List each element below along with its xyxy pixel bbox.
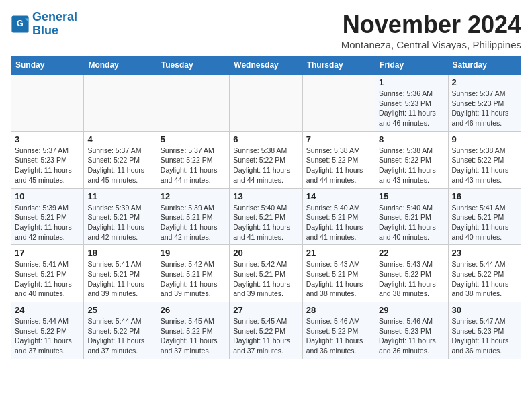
day-number: 7 bbox=[306, 134, 371, 144]
day-header-sunday: Sunday bbox=[11, 56, 84, 75]
logo: G General Blue bbox=[11, 11, 77, 38]
day-info: Sunrise: 5:45 AM Sunset: 5:22 PM Dayligh… bbox=[233, 316, 298, 356]
calendar-cell: 1Sunrise: 5:36 AM Sunset: 5:23 PM Daylig… bbox=[375, 75, 448, 132]
calendar-cell: 24Sunrise: 5:44 AM Sunset: 5:22 PM Dayli… bbox=[11, 302, 84, 359]
calendar-cell: 15Sunrise: 5:40 AM Sunset: 5:21 PM Dayli… bbox=[375, 188, 448, 245]
header: G General Blue November 2024 Montaneza, … bbox=[11, 11, 521, 50]
day-info: Sunrise: 5:44 AM Sunset: 5:22 PM Dayligh… bbox=[15, 316, 80, 356]
day-number: 26 bbox=[161, 305, 226, 315]
day-info: Sunrise: 5:45 AM Sunset: 5:22 PM Dayligh… bbox=[161, 316, 226, 356]
calendar-cell: 21Sunrise: 5:43 AM Sunset: 5:21 PM Dayli… bbox=[302, 245, 375, 302]
calendar-cell bbox=[84, 75, 157, 132]
day-number: 24 bbox=[15, 305, 80, 315]
day-number: 25 bbox=[87, 305, 152, 315]
calendar-cell: 3Sunrise: 5:37 AM Sunset: 5:23 PM Daylig… bbox=[11, 131, 84, 188]
day-number: 16 bbox=[452, 191, 517, 201]
day-header-saturday: Saturday bbox=[448, 56, 521, 75]
calendar-cell bbox=[157, 75, 229, 132]
calendar-cell: 18Sunrise: 5:41 AM Sunset: 5:21 PM Dayli… bbox=[84, 245, 157, 302]
calendar-cell: 9Sunrise: 5:38 AM Sunset: 5:22 PM Daylig… bbox=[448, 131, 521, 188]
day-header-thursday: Thursday bbox=[302, 56, 375, 75]
day-number: 2 bbox=[452, 77, 517, 87]
day-info: Sunrise: 5:46 AM Sunset: 5:22 PM Dayligh… bbox=[306, 316, 371, 356]
week-row-2: 3Sunrise: 5:37 AM Sunset: 5:23 PM Daylig… bbox=[11, 131, 521, 188]
day-header-friday: Friday bbox=[375, 56, 448, 75]
calendar-cell: 13Sunrise: 5:40 AM Sunset: 5:21 PM Dayli… bbox=[230, 188, 302, 245]
day-header-monday: Monday bbox=[84, 56, 157, 75]
day-info: Sunrise: 5:37 AM Sunset: 5:23 PM Dayligh… bbox=[452, 89, 517, 128]
day-number: 18 bbox=[87, 248, 152, 258]
day-info: Sunrise: 5:38 AM Sunset: 5:22 PM Dayligh… bbox=[452, 146, 517, 185]
week-row-4: 17Sunrise: 5:41 AM Sunset: 5:21 PM Dayli… bbox=[11, 245, 521, 302]
day-header-tuesday: Tuesday bbox=[157, 56, 229, 75]
day-number: 4 bbox=[87, 134, 152, 144]
calendar-cell: 27Sunrise: 5:45 AM Sunset: 5:22 PM Dayli… bbox=[230, 302, 302, 359]
day-info: Sunrise: 5:40 AM Sunset: 5:21 PM Dayligh… bbox=[233, 203, 298, 242]
calendar-cell: 22Sunrise: 5:43 AM Sunset: 5:22 PM Dayli… bbox=[375, 245, 448, 302]
calendar-cell bbox=[302, 75, 375, 132]
calendar-cell: 16Sunrise: 5:41 AM Sunset: 5:21 PM Dayli… bbox=[448, 188, 521, 245]
calendar-cell: 5Sunrise: 5:37 AM Sunset: 5:22 PM Daylig… bbox=[157, 131, 229, 188]
day-info: Sunrise: 5:43 AM Sunset: 5:21 PM Dayligh… bbox=[306, 259, 371, 299]
day-info: Sunrise: 5:44 AM Sunset: 5:22 PM Dayligh… bbox=[452, 259, 517, 299]
day-info: Sunrise: 5:37 AM Sunset: 5:22 PM Dayligh… bbox=[161, 146, 226, 185]
day-info: Sunrise: 5:38 AM Sunset: 5:22 PM Dayligh… bbox=[379, 146, 444, 185]
day-info: Sunrise: 5:39 AM Sunset: 5:21 PM Dayligh… bbox=[15, 203, 80, 242]
calendar-cell: 7Sunrise: 5:38 AM Sunset: 5:22 PM Daylig… bbox=[302, 131, 375, 188]
calendar-cell: 17Sunrise: 5:41 AM Sunset: 5:21 PM Dayli… bbox=[11, 245, 84, 302]
day-info: Sunrise: 5:38 AM Sunset: 5:22 PM Dayligh… bbox=[306, 146, 371, 185]
day-number: 23 bbox=[452, 248, 517, 258]
day-number: 17 bbox=[15, 248, 80, 258]
day-number: 15 bbox=[379, 191, 444, 201]
day-number: 3 bbox=[15, 134, 80, 144]
day-info: Sunrise: 5:41 AM Sunset: 5:21 PM Dayligh… bbox=[15, 259, 80, 299]
day-info: Sunrise: 5:37 AM Sunset: 5:23 PM Dayligh… bbox=[15, 146, 80, 185]
day-info: Sunrise: 5:43 AM Sunset: 5:22 PM Dayligh… bbox=[379, 259, 444, 299]
calendar-cell: 25Sunrise: 5:44 AM Sunset: 5:22 PM Dayli… bbox=[84, 302, 157, 359]
day-number: 5 bbox=[161, 134, 226, 144]
svg-text:G: G bbox=[17, 19, 24, 28]
day-number: 20 bbox=[233, 248, 298, 258]
day-number: 19 bbox=[161, 248, 226, 258]
day-info: Sunrise: 5:41 AM Sunset: 5:21 PM Dayligh… bbox=[87, 259, 152, 299]
calendar-cell: 26Sunrise: 5:45 AM Sunset: 5:22 PM Dayli… bbox=[157, 302, 229, 359]
day-number: 29 bbox=[379, 305, 444, 315]
calendar-table: SundayMondayTuesdayWednesdayThursdayFrid… bbox=[11, 56, 521, 359]
day-info: Sunrise: 5:36 AM Sunset: 5:23 PM Dayligh… bbox=[379, 89, 444, 128]
day-info: Sunrise: 5:40 AM Sunset: 5:21 PM Dayligh… bbox=[306, 203, 371, 242]
calendar-cell: 2Sunrise: 5:37 AM Sunset: 5:23 PM Daylig… bbox=[448, 75, 521, 132]
week-row-1: 1Sunrise: 5:36 AM Sunset: 5:23 PM Daylig… bbox=[11, 75, 521, 132]
calendar-cell: 23Sunrise: 5:44 AM Sunset: 5:22 PM Dayli… bbox=[448, 245, 521, 302]
day-number: 14 bbox=[306, 191, 371, 201]
day-info: Sunrise: 5:42 AM Sunset: 5:21 PM Dayligh… bbox=[161, 259, 226, 299]
day-info: Sunrise: 5:44 AM Sunset: 5:22 PM Dayligh… bbox=[87, 316, 152, 356]
logo-icon: G bbox=[11, 15, 30, 34]
calendar-cell: 14Sunrise: 5:40 AM Sunset: 5:21 PM Dayli… bbox=[302, 188, 375, 245]
title-area: November 2024 Montaneza, Central Visayas… bbox=[341, 11, 521, 50]
day-info: Sunrise: 5:47 AM Sunset: 5:23 PM Dayligh… bbox=[452, 316, 517, 356]
day-number: 30 bbox=[452, 305, 517, 315]
calendar-cell: 29Sunrise: 5:46 AM Sunset: 5:23 PM Dayli… bbox=[375, 302, 448, 359]
day-info: Sunrise: 5:37 AM Sunset: 5:22 PM Dayligh… bbox=[87, 146, 152, 185]
day-number: 27 bbox=[233, 305, 298, 315]
day-number: 1 bbox=[379, 77, 444, 87]
day-number: 10 bbox=[15, 191, 80, 201]
week-row-5: 24Sunrise: 5:44 AM Sunset: 5:22 PM Dayli… bbox=[11, 302, 521, 359]
calendar-cell bbox=[230, 75, 302, 132]
calendar-cell: 19Sunrise: 5:42 AM Sunset: 5:21 PM Dayli… bbox=[157, 245, 229, 302]
day-header-wednesday: Wednesday bbox=[230, 56, 302, 75]
calendar-cell: 28Sunrise: 5:46 AM Sunset: 5:22 PM Dayli… bbox=[302, 302, 375, 359]
calendar-cell: 12Sunrise: 5:39 AM Sunset: 5:21 PM Dayli… bbox=[157, 188, 229, 245]
day-number: 11 bbox=[87, 191, 152, 201]
calendar-cell bbox=[11, 75, 84, 132]
week-row-3: 10Sunrise: 5:39 AM Sunset: 5:21 PM Dayli… bbox=[11, 188, 521, 245]
logo-line2: Blue bbox=[32, 24, 58, 37]
day-number: 21 bbox=[306, 248, 371, 258]
day-number: 13 bbox=[233, 191, 298, 201]
day-number: 6 bbox=[233, 134, 298, 144]
location-title: Montaneza, Central Visayas, Philippines bbox=[341, 39, 521, 50]
day-info: Sunrise: 5:38 AM Sunset: 5:22 PM Dayligh… bbox=[233, 146, 298, 185]
calendar-cell: 6Sunrise: 5:38 AM Sunset: 5:22 PM Daylig… bbox=[230, 131, 302, 188]
day-number: 12 bbox=[161, 191, 226, 201]
calendar-cell: 4Sunrise: 5:37 AM Sunset: 5:22 PM Daylig… bbox=[84, 131, 157, 188]
